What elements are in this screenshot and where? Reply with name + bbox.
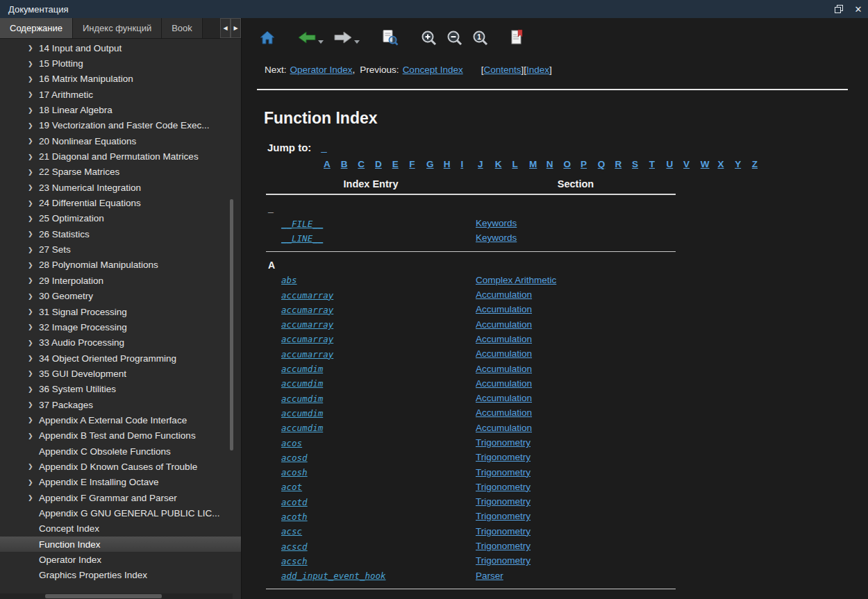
jump-letter-J[interactable]: J (478, 159, 495, 169)
index-link[interactable]: Index (526, 65, 549, 75)
chevron-right-icon[interactable]: ❯ (28, 416, 39, 423)
zoom-out-button[interactable] (446, 30, 462, 46)
back-dropdown-icon[interactable] (318, 40, 324, 44)
index-entry-link[interactable]: accumarray (281, 319, 333, 330)
jump-letter-A[interactable]: A (324, 159, 341, 169)
sidebar-item[interactable]: ❯18 Linear Algebra (0, 102, 241, 117)
section-link[interactable]: Trigonometry (476, 482, 531, 492)
sidebar-item[interactable]: ❯24 Differential Equations (0, 195, 241, 210)
tab-function-index[interactable]: Индекс функций (73, 18, 162, 38)
tab-book[interactable]: Book (162, 18, 203, 38)
sidebar-item[interactable]: ❯25 Optimization (0, 211, 241, 226)
chevron-right-icon[interactable]: ❯ (28, 60, 39, 67)
sidebar-item[interactable]: Function Index (0, 537, 241, 552)
jump-letter-M[interactable]: M (529, 159, 546, 169)
jump-letter-Q[interactable]: Q (598, 159, 615, 169)
jump-letter-Y[interactable]: Y (735, 159, 752, 169)
section-link[interactable]: Trigonometry (476, 452, 531, 462)
index-entry-link[interactable]: acosh (281, 467, 308, 478)
sidebar-item[interactable]: ❯36 System Utilities (0, 382, 241, 397)
chevron-right-icon[interactable]: ❯ (28, 76, 39, 83)
section-link[interactable]: Accumulation (476, 407, 532, 418)
index-entry-link[interactable]: __FILE__ (281, 219, 323, 229)
sidebar-item[interactable]: ❯21 Diagonal and Permutation Matrices (0, 149, 241, 164)
sidebar-item[interactable]: ❯30 Geometry (0, 289, 241, 304)
jump-letter-P[interactable]: P (581, 159, 598, 169)
jump-letter-underscore[interactable]: _ (321, 142, 326, 153)
section-link[interactable]: Accumulation (476, 364, 532, 374)
section-link[interactable]: Accumulation (476, 319, 532, 330)
sidebar-item[interactable]: ❯32 Image Processing (0, 319, 241, 335)
index-entry-link[interactable]: accumdim (281, 394, 323, 404)
jump-letter-L[interactable]: L (512, 159, 529, 169)
contents-link[interactable]: Contents (483, 65, 521, 75)
section-link[interactable]: Trigonometry (476, 496, 531, 507)
jump-letter-R[interactable]: R (615, 159, 632, 169)
chevron-right-icon[interactable]: ❯ (28, 323, 39, 330)
section-link[interactable]: Keywords (476, 233, 517, 243)
sidebar-item[interactable]: ❯29 Interpolation (0, 273, 241, 288)
jump-letter-K[interactable]: K (495, 159, 512, 169)
index-entry-link[interactable]: accumdim (281, 408, 323, 419)
sidebar-item[interactable]: ❯28 Polynomial Manipulations (0, 258, 241, 273)
index-entry-link[interactable]: accumdim (281, 423, 323, 433)
export-bookmark-button[interactable] (510, 29, 524, 46)
section-link[interactable]: Keywords (476, 218, 517, 228)
chevron-right-icon[interactable]: ❯ (28, 169, 39, 176)
chevron-right-icon[interactable]: ❯ (28, 386, 39, 393)
jump-letter-X[interactable]: X (717, 159, 735, 169)
jump-letter-D[interactable]: D (375, 159, 392, 169)
section-link[interactable]: Trigonometry (476, 526, 531, 537)
jump-letter-C[interactable]: C (358, 159, 375, 169)
chevron-right-icon[interactable]: ❯ (28, 401, 39, 408)
section-link[interactable]: Accumulation (476, 423, 532, 433)
index-entry-link[interactable]: acot (281, 482, 302, 492)
tab-contents[interactable]: Содержание (0, 18, 73, 38)
forward-dropdown-icon[interactable] (354, 40, 360, 44)
tab-scroll-left-button[interactable]: ◀ (220, 18, 231, 38)
index-entry-link[interactable]: accumdim (281, 364, 323, 374)
previous-link[interactable]: Concept Index (403, 65, 463, 75)
jump-letter-S[interactable]: S (632, 159, 649, 169)
jump-letter-V[interactable]: V (683, 159, 701, 169)
chevron-right-icon[interactable]: ❯ (28, 122, 39, 129)
chevron-right-icon[interactable]: ❯ (28, 137, 39, 144)
home-button[interactable] (260, 31, 275, 44)
index-entry-link[interactable]: accumdim (281, 378, 323, 389)
sidebar-item[interactable]: ❯31 Signal Processing (0, 304, 241, 319)
chevron-right-icon[interactable]: ❯ (28, 262, 39, 269)
chevron-right-icon[interactable]: ❯ (28, 184, 39, 191)
index-entry-link[interactable]: abs (281, 275, 297, 285)
index-entry-link[interactable]: accumarray (281, 305, 333, 315)
chevron-right-icon[interactable]: ❯ (28, 91, 39, 98)
sidebar-item[interactable]: ❯37 Packages (0, 397, 241, 412)
index-entry-link[interactable]: acotd (281, 497, 308, 507)
chevron-right-icon[interactable]: ❯ (28, 200, 39, 207)
chevron-right-icon[interactable]: ❯ (28, 277, 39, 284)
zoom-in-button[interactable] (421, 30, 437, 46)
index-entry-link[interactable]: __LINE__ (281, 233, 323, 244)
sidebar-item[interactable]: ❯Appendix F Grammar and Parser (0, 490, 241, 505)
section-link[interactable]: Complex Arithmetic (476, 275, 556, 285)
chevron-right-icon[interactable]: ❯ (28, 153, 39, 160)
chevron-right-icon[interactable]: ❯ (28, 432, 39, 439)
sidebar-item[interactable]: Operator Index (0, 552, 241, 567)
jump-letter-E[interactable]: E (392, 159, 410, 169)
section-link[interactable]: Accumulation (476, 304, 532, 314)
close-button[interactable]: ✕ (849, 0, 868, 18)
index-entry-link[interactable]: add_input_event_hook (281, 571, 386, 581)
section-link[interactable]: Trigonometry (476, 511, 531, 521)
jump-letter-H[interactable]: H (444, 159, 461, 169)
sidebar-item[interactable]: Graphics Properties Index (0, 568, 241, 583)
section-link[interactable]: Trigonometry (476, 541, 531, 551)
chevron-right-icon[interactable]: ❯ (28, 463, 39, 470)
sidebar-item[interactable]: ❯17 Arithmetic (0, 87, 241, 102)
sidebar-item[interactable]: ❯15 Plotting (0, 56, 241, 71)
section-link[interactable]: Trigonometry (476, 437, 531, 448)
sidebar-horizontal-scrollbar-thumb[interactable] (45, 594, 162, 598)
index-entry-link[interactable]: acoth (281, 512, 308, 522)
section-link[interactable]: Accumulation (476, 378, 532, 389)
sidebar-item[interactable]: Appendix G GNU GENERAL PUBLIC LIC... (0, 505, 241, 521)
sidebar-item[interactable]: ❯14 Input and Output (0, 40, 241, 56)
chevron-right-icon[interactable]: ❯ (28, 479, 39, 486)
